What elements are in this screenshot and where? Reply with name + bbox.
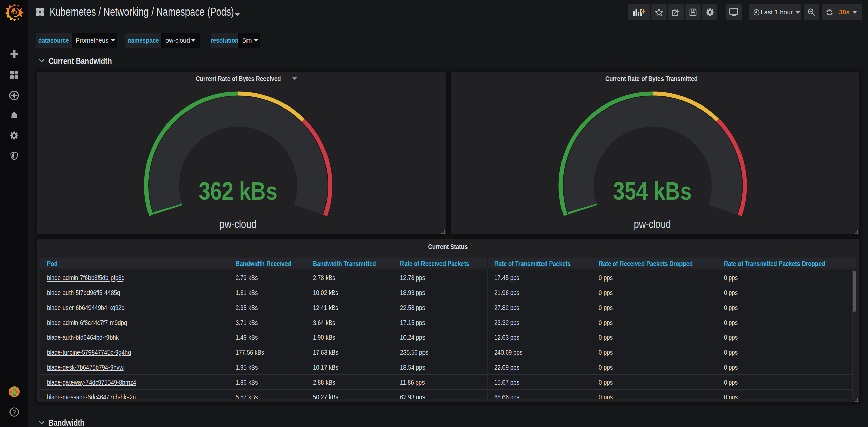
svg-text:?: ? <box>13 409 16 415</box>
